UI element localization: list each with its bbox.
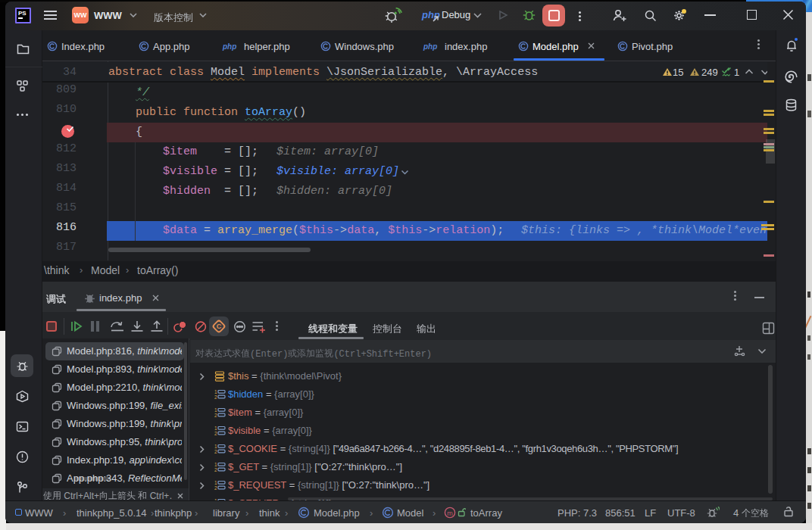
svg-text:2: 2: [214, 467, 217, 472]
svg-text:m: m: [447, 510, 453, 517]
svg-text:2: 2: [214, 485, 217, 491]
svg-text:1: 1: [214, 462, 217, 467]
svg-text:1: 1: [214, 480, 217, 485]
svg-text:2: 2: [214, 449, 217, 454]
svg-text:2: 2: [214, 413, 217, 418]
svg-text:2: 2: [214, 394, 217, 400]
svg-text:2: 2: [214, 431, 217, 436]
svg-text:1: 1: [214, 389, 217, 394]
svg-text:1: 1: [214, 426, 217, 431]
svg-text:1: 1: [214, 407, 217, 413]
svg-text:1: 1: [214, 444, 217, 449]
